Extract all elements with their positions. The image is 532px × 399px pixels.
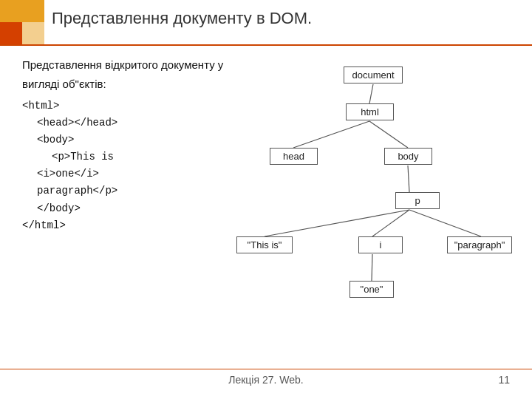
header-accent (0, 0, 44, 44)
dom-diagram: document html head body p "This is" i "p… (229, 59, 517, 340)
header-divider (0, 44, 532, 46)
node-paragraph: "paragraph" (447, 236, 512, 253)
accent-square-1 (0, 0, 22, 22)
code-line-2: <head></head> (37, 115, 236, 132)
code-line-7: </body> (37, 200, 236, 217)
left-content: Представлення відкритого документу у виг… (22, 55, 236, 234)
footer-page: 11 (498, 374, 510, 386)
node-i: i (358, 236, 403, 253)
tree-connectors (229, 59, 517, 340)
node-p: p (395, 192, 440, 209)
code-block: <html> <head></head> <body> <p>This is <… (22, 98, 236, 234)
code-line-8: </html> (22, 217, 236, 234)
footer-label: Лекція 27. Web. (0, 374, 532, 386)
svg-line-5 (372, 210, 409, 236)
node-body: body (384, 148, 432, 165)
node-document: document (344, 66, 403, 83)
node-head: head (270, 148, 318, 165)
svg-line-1 (293, 121, 369, 148)
code-line-1: <html> (22, 98, 236, 115)
code-line-4: <p>This is (52, 149, 236, 166)
node-one: "one" (349, 281, 394, 298)
footer-divider (0, 369, 532, 369)
page-title: Представлення документу в DOM. (52, 9, 312, 28)
node-html: html (346, 103, 394, 120)
svg-line-7 (372, 254, 372, 281)
intro-text: Представлення відкритого документу у виг… (22, 55, 236, 93)
svg-line-3 (408, 166, 409, 192)
svg-line-0 (369, 84, 373, 103)
svg-line-6 (409, 210, 481, 236)
accent-square-2 (22, 0, 44, 22)
code-line-3: <body> (37, 132, 236, 149)
code-line-5: <i>one</i> (37, 166, 236, 183)
accent-square-3 (0, 22, 22, 44)
node-this-is: "This is" (236, 236, 293, 253)
accent-square-4 (22, 22, 44, 44)
code-line-6: paragraph</p> (37, 183, 236, 200)
svg-line-2 (369, 121, 408, 148)
svg-line-4 (265, 210, 409, 236)
